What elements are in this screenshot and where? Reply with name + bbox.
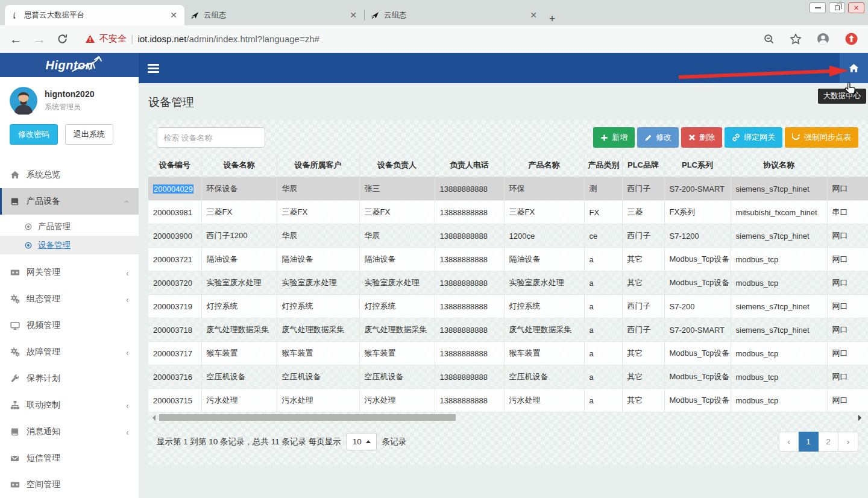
删除-button[interactable]: 删除 <box>681 127 722 148</box>
sidebar-item-组态管理[interactable]: 组态管理‹ <box>0 286 139 312</box>
sidebar-item-产品设备[interactable]: 产品设备‹ <box>0 188 139 215</box>
browser-tab[interactable]: 思普云大数据平台✕ <box>5 5 184 25</box>
tab-close-icon[interactable]: ✕ <box>169 10 178 20</box>
page-size-dropdown[interactable]: 10 <box>347 433 377 450</box>
column-header[interactable]: 产品名称 <box>504 154 584 177</box>
page-button-2[interactable]: 2 <box>819 432 838 452</box>
table-cell: 废气处理数据采集 <box>201 318 277 342</box>
table-row[interactable]: 200003716空压机设备空压机设备空压机设备13888888888空压机设备… <box>148 365 868 389</box>
tab-close-icon[interactable]: ✕ <box>348 10 358 20</box>
table-cell: 废气处理数据采集 <box>359 318 435 342</box>
search-input[interactable] <box>157 127 265 148</box>
sidebar-item-label: 故障管理 <box>27 347 119 358</box>
restore-icon[interactable] <box>829 2 845 13</box>
sidebar-item-联动控制[interactable]: 联动控制‹ <box>0 392 139 418</box>
sidebar-item-系统总览[interactable]: 系统总览 <box>0 162 139 188</box>
强制同步点表-button[interactable]: 强制同步点表 <box>785 127 858 148</box>
sidebar-item-保养计划[interactable]: 保养计划 <box>0 365 139 392</box>
profile-icon[interactable] <box>816 32 830 46</box>
page-button-1[interactable]: 1 <box>799 432 819 452</box>
page-buttons: ‹12› <box>779 432 858 452</box>
table-cell: 200003716 <box>148 365 201 389</box>
column-header[interactable]: 协议名称 <box>731 154 827 177</box>
page-title: 设备管理 <box>148 95 868 110</box>
sidebar-item-空间管理[interactable]: 空间管理 <box>0 471 139 498</box>
column-header[interactable]: PLC品牌 <box>622 154 664 177</box>
column-header[interactable]: 设备负责人 <box>359 154 435 177</box>
chevron-left-icon: ‹ <box>126 427 129 437</box>
table-cell: a <box>584 248 622 271</box>
device-panel: 新增修改删除绑定网关强制同步点表 设备编号设备名称设备所属客户设备负责人负责人电… <box>148 120 868 465</box>
zoom-out-icon[interactable] <box>763 33 775 45</box>
security-warning-label: 不安全 <box>99 33 127 45</box>
home-button[interactable] <box>840 53 868 83</box>
table-cell: 西门子 <box>622 295 664 318</box>
address-bar[interactable]: 不安全 | iot.idosp.net/admin/index.html?lan… <box>85 33 319 45</box>
table-row[interactable]: 200003719灯控系统灯控系统灯控系统13888888888灯控系统a西门子… <box>148 295 868 318</box>
table-cell: 华辰 <box>277 224 359 248</box>
scroll-right-icon[interactable] <box>858 415 864 421</box>
forward-icon[interactable]: → <box>33 33 46 45</box>
table-row[interactable]: 200003721隔油设备隔油设备隔油设备13888888888隔油设备a其它M… <box>148 248 868 271</box>
back-icon[interactable]: ← <box>10 33 22 45</box>
new-tab-button[interactable]: + <box>544 13 560 25</box>
browser-tab[interactable]: 云组态✕ <box>184 5 364 25</box>
column-header[interactable]: 设备编号 <box>148 154 201 177</box>
sidebar-subitem-产品管理[interactable]: 产品管理 <box>0 217 139 236</box>
table-cell: 隔油设备 <box>504 248 584 271</box>
table-row[interactable]: 200003715污水处理污水处理污水处理13888888888污水处理a其它M… <box>148 389 868 412</box>
column-header[interactable]: 负责人电话 <box>435 154 504 177</box>
sidebar-subitem-设备管理[interactable]: 设备管理 <box>0 236 139 254</box>
browser-update-icon[interactable] <box>844 32 858 46</box>
table-cell: 200003900 <box>148 224 201 248</box>
table-row[interactable]: 200003718废气处理数据采集废气处理数据采集废气处理数据采集1388888… <box>148 318 868 342</box>
close-icon[interactable]: ✕ <box>848 2 864 13</box>
绑定网关-button[interactable]: 绑定网关 <box>725 127 782 148</box>
table-cell: 空压机设备 <box>277 365 359 389</box>
table-cell: 200003719 <box>148 295 201 318</box>
table-cell: 其它 <box>622 342 664 365</box>
修改-button[interactable]: 修改 <box>637 127 679 148</box>
table-cell: modbus_tcp <box>731 389 827 412</box>
table-cell: 废气处理数据采集 <box>277 318 359 342</box>
sidebar-subitem-label: 设备管理 <box>38 240 71 251</box>
bookmark-star-icon[interactable] <box>790 33 802 45</box>
scroll-left-icon[interactable] <box>149 415 156 421</box>
table-row[interactable]: 200004029环保设备华辰张三13888888888环保测西门子S7-200… <box>148 177 868 201</box>
sidebar-item-视频管理[interactable]: 视频管理 <box>0 312 139 339</box>
column-header[interactable]: 产品类别 <box>584 154 622 177</box>
sidebar-item-消息通知[interactable]: 消息通知‹ <box>0 418 139 445</box>
table-row[interactable]: 200003900西门子1200华辰华辰138888888881200cece西… <box>148 224 868 248</box>
column-header[interactable]: 通讯方式 <box>827 154 868 177</box>
table-row[interactable]: 200003981三菱FX三菱FX三菱FX13888888888三菱FXFX三菱… <box>148 201 868 224</box>
minimize-icon[interactable] <box>810 2 826 13</box>
table-cell: 猴车装置 <box>504 342 584 365</box>
table-cell: 13888888888 <box>435 342 504 365</box>
table-cell: FX系列 <box>664 201 731 224</box>
column-header[interactable]: PLC系列 <box>664 154 731 177</box>
device-table: 设备编号设备名称设备所属客户设备负责人负责人电话产品名称产品类别PLC品牌PLC… <box>148 154 868 412</box>
refresh-icon[interactable] <box>57 33 68 45</box>
column-header[interactable]: 设备所属客户 <box>277 154 359 177</box>
horizontal-scrollbar[interactable] <box>148 413 868 422</box>
logout-button[interactable]: 退出系统 <box>65 124 113 145</box>
change-password-button[interactable]: 修改密码 <box>10 124 58 145</box>
sidebar-item-网关管理[interactable]: 网关管理‹ <box>0 259 139 286</box>
url-host: iot.idosp.net <box>137 34 186 44</box>
prev-page-button[interactable]: ‹ <box>779 432 799 452</box>
sidebar-item-故障管理[interactable]: 故障管理‹ <box>0 339 139 365</box>
hamburger-menu-icon[interactable] <box>148 64 159 73</box>
gears-icon <box>10 294 20 304</box>
browser-tab[interactable]: 云组态✕ <box>365 5 544 25</box>
sidebar-item-短信管理[interactable]: 短信管理 <box>0 445 139 471</box>
scrollbar-thumb[interactable] <box>159 414 456 421</box>
table-row[interactable]: 200003717猴车装置猴车装置猴车装置13888888888猴车装置a其它M… <box>148 342 868 365</box>
tab-close-icon[interactable]: ✕ <box>529 10 538 20</box>
table-cell: 污水处理 <box>359 389 435 412</box>
column-header[interactable]: 设备名称 <box>201 154 277 177</box>
新增-button[interactable]: 新增 <box>593 127 635 148</box>
sidebar-item-label: 视频管理 <box>27 320 129 331</box>
next-page-button[interactable]: › <box>838 432 858 452</box>
table-row[interactable]: 200003720实验室废水处理实验室废水处理实验室废水处理1388888888… <box>148 271 868 295</box>
table-cell: Modbus_Tcp设备 <box>664 365 731 389</box>
